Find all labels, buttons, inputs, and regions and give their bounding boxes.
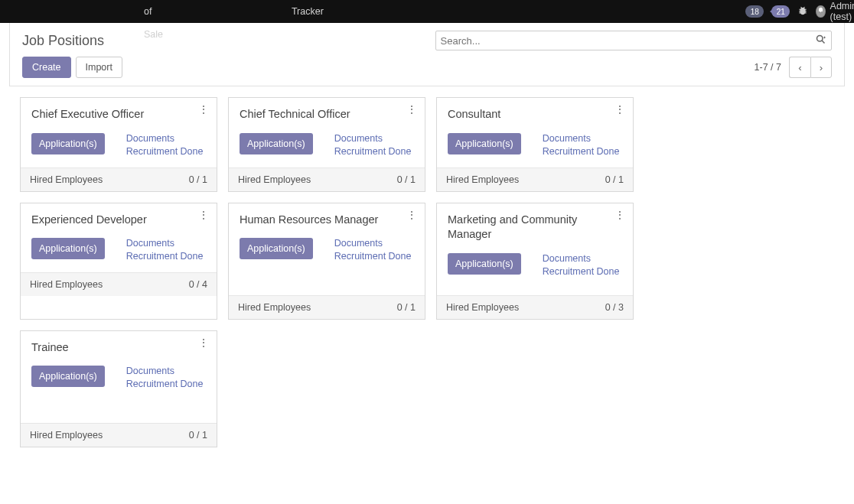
job-card[interactable]: ⋮ Trainee Application(s) Documents Recru… xyxy=(20,330,217,447)
chevron-right-icon: › xyxy=(820,62,823,73)
hired-employees-label: Hired Employees xyxy=(30,279,103,290)
card-more-icon[interactable]: ⋮ xyxy=(198,104,209,115)
applications-button[interactable]: Application(s) xyxy=(240,133,313,154)
applications-button[interactable]: Application(s) xyxy=(31,366,105,387)
hired-employees-count: 0 / 1 xyxy=(189,174,207,185)
hired-employees-label: Hired Employees xyxy=(446,174,519,185)
card-more-icon[interactable]: ⋮ xyxy=(614,104,625,115)
recruitment-done-link[interactable]: Recruitment Done xyxy=(543,146,620,157)
applications-button[interactable]: Application(s) xyxy=(448,253,521,275)
search-icon[interactable] xyxy=(810,34,826,47)
documents-link[interactable]: Documents xyxy=(543,133,620,144)
search-input[interactable] xyxy=(441,35,810,47)
nav-item-linktracker[interactable]: Link Tracker xyxy=(285,0,331,46)
avatar-icon xyxy=(816,5,825,18)
job-title: Chief Executive Officer xyxy=(31,107,206,122)
job-card[interactable]: ⋮ Marketing and Community Manager Applic… xyxy=(436,203,634,320)
card-more-icon[interactable]: ⋮ xyxy=(406,104,417,115)
hired-employees-label: Hired Employees xyxy=(446,302,519,313)
pager-text: 1-7 / 7 xyxy=(755,62,781,73)
job-title: Human Resources Manager xyxy=(240,213,414,228)
job-card[interactable]: ⋮ Chief Executive Officer Application(s)… xyxy=(20,97,217,192)
hired-employees-count: 0 / 1 xyxy=(189,430,207,441)
hired-employees-label: Hired Employees xyxy=(30,174,103,185)
job-card[interactable]: ⋮ Chief Technical Officer Application(s)… xyxy=(228,97,425,192)
chevron-left-icon: ‹ xyxy=(798,62,801,73)
nav-item-purchases[interactable]: Purchases xyxy=(172,0,231,46)
card-more-icon[interactable]: ⋮ xyxy=(198,210,209,220)
recruitment-done-link[interactable]: Recruitment Done xyxy=(126,146,204,157)
pager-next-button[interactable]: › xyxy=(810,57,832,78)
job-title: Trainee xyxy=(31,340,206,356)
hired-employees-count: 0 / 1 xyxy=(605,174,624,185)
hired-employees-label: Hired Employees xyxy=(238,302,311,313)
page-title: Job Positions xyxy=(22,33,104,49)
applications-button[interactable]: Application(s) xyxy=(240,238,313,259)
svg-line-1 xyxy=(822,41,824,43)
hired-employees-count: 0 / 4 xyxy=(189,279,207,290)
documents-link[interactable]: Documents xyxy=(126,238,204,249)
recruitment-done-link[interactable]: Recruitment Done xyxy=(126,379,204,389)
job-card[interactable]: ⋮ Human Resources Manager Application(s)… xyxy=(228,203,425,320)
top-nav: s CRM Sales Website Point of Sale Purcha… xyxy=(0,0,854,23)
applications-button[interactable]: Application(s) xyxy=(31,133,105,154)
documents-link[interactable]: Documents xyxy=(126,133,204,144)
card-more-icon[interactable]: ⋮ xyxy=(198,337,209,348)
pager-prev-button[interactable]: ‹ xyxy=(789,57,810,78)
nav-item-manufacturing[interactable]: Manufacturing xyxy=(331,0,405,46)
documents-link[interactable]: Documents xyxy=(126,366,204,376)
nav-item-inventory[interactable]: Inventory xyxy=(232,0,285,46)
create-button[interactable]: Create xyxy=(22,57,71,78)
hired-employees-label: Hired Employees xyxy=(30,430,103,441)
hired-employees-count: 0 / 1 xyxy=(397,174,416,185)
documents-link[interactable]: Documents xyxy=(334,238,412,249)
user-name-label: Administrator (test) xyxy=(830,1,854,22)
kanban-board: ⋮ Chief Executive Officer Application(s)… xyxy=(9,86,845,458)
nav-item-first-letter[interactable]: s xyxy=(6,0,15,46)
chat-badge[interactable]: 21 xyxy=(771,5,790,18)
hired-employees-label: Hired Employees xyxy=(238,174,311,185)
recruitment-done-link[interactable]: Recruitment Done xyxy=(334,146,412,157)
notification-badge[interactable]: 18 xyxy=(745,5,764,18)
hired-employees-count: 0 / 3 xyxy=(605,302,624,313)
applications-button[interactable]: Application(s) xyxy=(31,238,105,259)
job-title: Consultant xyxy=(448,107,622,122)
job-title: Marketing and Community Manager xyxy=(448,213,622,242)
nav-item-pos[interactable]: Point of Sale xyxy=(137,0,173,46)
card-more-icon[interactable]: ⋮ xyxy=(614,210,625,220)
bug-icon[interactable] xyxy=(797,5,808,18)
topnav-right: 18 21 Administrator (test) xyxy=(745,1,854,22)
documents-link[interactable]: Documents xyxy=(334,133,412,144)
card-more-icon[interactable]: ⋮ xyxy=(406,210,417,220)
search-box[interactable] xyxy=(435,31,832,50)
recruitment-done-link[interactable]: Recruitment Done xyxy=(126,251,204,262)
user-menu[interactable]: Administrator (test) xyxy=(816,1,854,22)
svg-point-0 xyxy=(817,36,823,42)
job-card[interactable]: ⋮ Experienced Developer Application(s) D… xyxy=(20,203,217,320)
hired-employees-count: 0 / 1 xyxy=(397,302,416,313)
job-card[interactable]: ⋮ Consultant Application(s) Documents Re… xyxy=(436,97,634,192)
recruitment-done-link[interactable]: Recruitment Done xyxy=(334,251,412,262)
job-title: Chief Technical Officer xyxy=(240,107,414,122)
documents-link[interactable]: Documents xyxy=(543,253,620,264)
applications-button[interactable]: Application(s) xyxy=(448,133,521,154)
recruitment-done-link[interactable]: Recruitment Done xyxy=(543,266,620,277)
import-button[interactable]: Import xyxy=(76,57,122,78)
job-title: Experienced Developer xyxy=(31,213,206,228)
